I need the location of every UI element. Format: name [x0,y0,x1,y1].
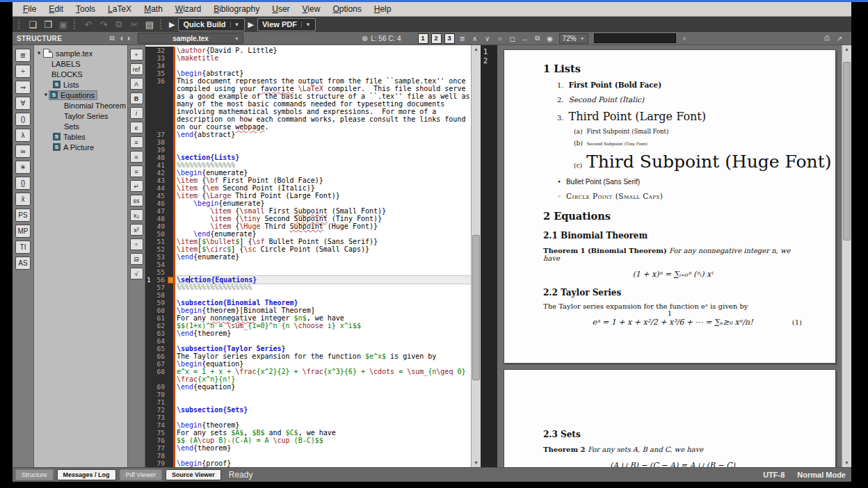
view-pdf-button[interactable]: View PDF ▼ [257,18,316,31]
menu-user[interactable]: User [266,3,296,15]
pdf-page-number-1[interactable]: 1 [483,47,497,56]
save-icon[interactable]: ▣ [56,18,70,31]
align-left-icon[interactable]: ≡ [130,136,143,148]
editor-line-41[interactable]: 41%%%%%%%%%%%%%% [145,161,472,169]
pdf-page-2-button[interactable]: 2 [431,33,442,44]
menu-file[interactable]: File [17,3,42,15]
next-page-icon[interactable]: ∨ [482,35,493,42]
editor-line-68[interactable]: 68e^x = 1 + x + \frac{x^2}{2} + \frac{x^… [145,368,472,383]
editor-line-71[interactable]: 71 [145,398,472,406]
misc-symbols-tab[interactable]: ∞ [15,145,31,158]
editor-line-51[interactable]: 51\item[$\bullet$] {\sf Bullet Point (Sa… [145,238,472,245]
bold-icon[interactable]: B [130,92,143,104]
ref-icon[interactable]: ref [130,63,143,75]
status-button-structure[interactable]: Structure [15,469,54,480]
editor-scrollbar[interactable]: ▲ ▼ [471,45,481,467]
small-caps-icon[interactable]: ss [130,195,143,206]
menu-help[interactable]: Help [368,3,398,15]
pdf-scroll-handle[interactable] [843,62,851,241]
forward-icon[interactable]: › [127,33,130,43]
external-viewer-icon[interactable]: ↗ [834,35,845,42]
editor-line-52[interactable]: 52\item[$\circ$] {\sc Circle Point (Smal… [145,245,472,253]
math-operators-tab[interactable]: ÷ [15,65,31,78]
structure-item-sample-tex[interactable]: ▼sample.tex [34,48,127,58]
detach-structure-icon[interactable]: ⧉ [106,34,118,42]
pdf-page-number-2[interactable]: 2 [483,56,497,65]
expander-icon[interactable]: ▼ [42,92,49,98]
sectioning-tab[interactable]: ≣ [15,49,31,62]
pdf-page-1-button[interactable]: 1 [418,33,428,44]
editor-line-59[interactable]: 59\subsection{Binomial Theorem} [145,299,472,307]
search-icon[interactable]: ⌕ [680,34,691,42]
scroll-down-icon[interactable]: ▼ [472,459,481,467]
editor-line-37[interactable]: 37\end{abstract} [145,131,472,138]
editor-line-56[interactable]: 561\section{Equations} [145,276,472,284]
editor-line-44[interactable]: 44\item {\em Second Point (Italic)} [145,184,472,192]
structure-item-lists[interactable]: SLists [34,79,127,90]
continuous-mode-icon[interactable]: ○ [495,35,506,42]
asymptote-tab[interactable]: AS [15,257,31,270]
editor-line-74[interactable]: 74\begin{theorem} [145,421,472,429]
editor-line-55[interactable]: 55 [145,268,472,276]
new-document-icon[interactable]: ❏ [26,18,40,31]
block-list-icon[interactable]: ≣ [457,35,468,42]
editor-line-60[interactable]: 60\begin{theorem}[Binomial Theorem] [145,307,472,314]
previous-page-icon[interactable]: ∧ [469,35,481,42]
tikz-tab[interactable]: TI [15,241,31,254]
editor-line-50[interactable]: 50 \end{enumerate} [145,230,472,238]
editor-line-33[interactable]: 33\maketitle [145,54,472,62]
menu-latex[interactable]: LaTeX [102,3,138,15]
editor-line-64[interactable]: 64 [145,337,472,345]
editor-line-49[interactable]: 49 \item {\Huge Third Subpoint (Huge Fon… [145,222,472,230]
editor-line-62[interactable]: 62$$(1+x)^n = \sum_{i=0}^n {n \choose i}… [145,322,472,330]
fit-width-icon[interactable]: ↔ [520,35,531,42]
editor-line-78[interactable]: 78 [145,452,472,459]
redo-icon[interactable]: ↷ [97,18,111,31]
run-arrow-icon[interactable]: ▶ [169,20,175,29]
editor-line-34[interactable]: 34 [145,62,472,70]
pdf-scroll-down-icon[interactable]: ▼ [842,459,851,467]
pdf-scrollbar[interactable]: ▲ ▼ [842,45,851,467]
editor-line-42[interactable]: 42\begin{enumerate} [145,169,472,177]
editor-line-70[interactable]: 70 [145,391,472,398]
editor-line-67[interactable]: 67\begin{equation} [145,360,472,368]
align-center-icon[interactable]: ≡ [130,151,143,163]
pdf-page-list[interactable]: 12 [481,45,497,467]
menu-bibliography[interactable]: Bibliography [207,3,266,15]
zoom-select[interactable]: 72% ▼ [559,33,588,44]
pdf-page-3-button[interactable]: 3 [444,33,455,44]
newline-icon[interactable]: ↵ [130,180,143,192]
pdf-scroll-up-icon[interactable]: ▲ [842,45,851,54]
status-button-source-viewer[interactable]: Source Viewer [166,469,221,480]
paste-icon[interactable]: ▤ [143,18,156,31]
misc-math-tab[interactable]: ✳ [15,161,31,174]
superscript-icon[interactable]: x² [130,224,143,236]
menu-edit[interactable]: Edit [42,3,70,15]
editor-lines[interactable]: 32\author{David P. Little}33\maketitle34… [145,47,472,467]
editor-line-36[interactable]: 36This document represents the output fr… [145,77,472,131]
align-right-icon[interactable]: ≡ [130,165,143,177]
pstricks-tab[interactable]: PS [15,209,31,222]
status-button-pdf-viewer[interactable]: Pdf Viewer [120,469,162,480]
editor-line-39[interactable]: 39 [145,146,472,154]
menu-math[interactable]: Math [138,3,169,15]
close-document-icon[interactable]: ⊗ [362,34,368,43]
arrows-tab[interactable]: ⇒ [15,81,31,94]
cut-icon[interactable]: ✂ [127,18,141,31]
editor-line-46[interactable]: 46 \begin{enumerate} [145,200,472,207]
view-arrow-icon[interactable]: ▶ [248,20,254,29]
editor-line-61[interactable]: 61For any nonnegative integer $n$, we ha… [145,314,472,322]
presentation-icon[interactable]: ◉ [545,35,556,42]
structure-item-labels[interactable]: LABELS [34,58,127,69]
menu-options[interactable]: Options [326,3,367,15]
editor-line-53[interactable]: 53\end{enumerate} [145,253,472,261]
quick-build-dropdown-icon[interactable]: ▼ [230,22,240,28]
greek-letters-tab[interactable]: λ [15,129,31,142]
accents-tab[interactable]: x̄ [15,193,31,206]
pdf-search-input[interactable] [594,33,676,43]
pdf-scroll-area[interactable]: 1 Lists1.First Point (Bold Face)2.Second… [497,45,842,467]
open-folder-icon[interactable]: ❐ [41,18,55,31]
structure-item-a-picture[interactable]: SA Picture [34,142,127,152]
editor-line-72[interactable]: 72\subsection{Sets} [145,406,472,414]
expander-icon[interactable]: ▼ [35,50,42,56]
